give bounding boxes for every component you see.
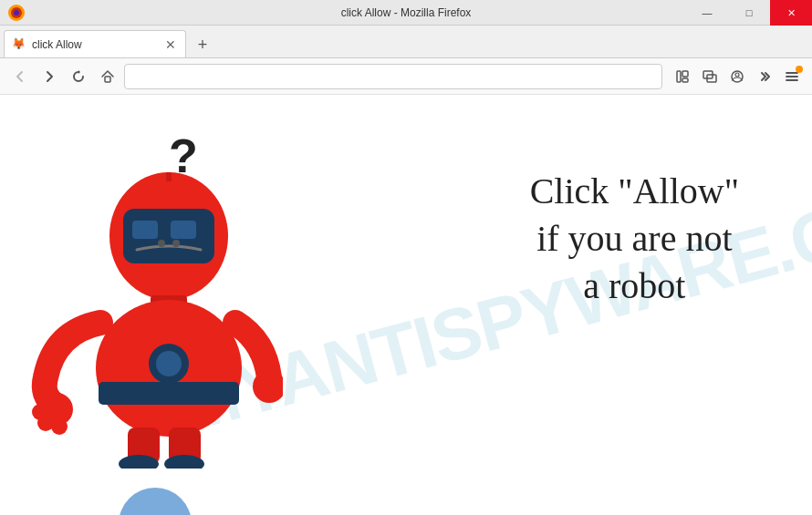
svg-point-28: [51, 418, 68, 435]
svg-rect-18: [171, 221, 196, 239]
back-icon: [14, 70, 26, 83]
tab-bar: 🦊 click Allow ✕ +: [0, 26, 812, 58]
address-bar[interactable]: [124, 64, 662, 89]
svg-rect-23: [99, 382, 239, 405]
svg-point-2: [14, 10, 19, 15]
forward-button[interactable]: [36, 64, 62, 89]
message-line1: Click "Allow": [530, 168, 739, 215]
window-titlebar: click Allow - Mozilla Firefox — □ ✕: [0, 0, 812, 26]
more-tools-button[interactable]: [752, 64, 777, 89]
minimize-button[interactable]: —: [686, 0, 728, 26]
notification-badge: [796, 66, 803, 73]
back-button[interactable]: [7, 64, 33, 89]
reload-button[interactable]: [66, 64, 91, 89]
new-tab-button[interactable]: +: [190, 32, 215, 57]
robot-illustration: ?: [27, 122, 328, 478]
window-controls: — □ ✕: [686, 0, 812, 26]
message-area: Click "Allow" if you are not a robot: [530, 168, 739, 310]
reload-icon: [72, 70, 85, 83]
message-line2: if you are not: [530, 215, 739, 263]
svg-rect-17: [132, 221, 158, 239]
bookmarks-icon: [676, 70, 689, 83]
forward-icon: [43, 70, 56, 83]
firefox-logo: [7, 4, 26, 22]
svg-point-20: [172, 240, 180, 247]
synced-tabs-button[interactable]: [697, 64, 723, 89]
home-button[interactable]: [95, 64, 120, 89]
svg-rect-5: [682, 71, 688, 77]
bottom-element: [119, 488, 192, 515]
chevron-right-icon: [758, 70, 771, 83]
home-icon: [101, 70, 114, 83]
firefox-account-button[interactable]: [724, 64, 750, 89]
svg-point-31: [156, 351, 182, 376]
menu-button[interactable]: [779, 64, 805, 89]
svg-point-25: [36, 388, 55, 407]
svg-rect-4: [677, 71, 681, 82]
tab-label: click Allow: [32, 38, 158, 51]
account-icon: [731, 70, 744, 83]
svg-point-19: [158, 240, 165, 247]
page-content: MYANTISPYWARE.COM ?: [0, 95, 812, 515]
bookmarks-button[interactable]: [670, 64, 695, 89]
tab-close-button[interactable]: ✕: [163, 37, 178, 52]
message-line3: a robot: [530, 263, 739, 310]
synced-tabs-icon: [703, 70, 717, 83]
toolbar-right: [670, 64, 805, 89]
active-tab[interactable]: 🦊 click Allow ✕: [4, 30, 186, 57]
tab-favicon: 🦊: [12, 37, 26, 52]
svg-rect-3: [105, 77, 110, 82]
maximize-button[interactable]: □: [728, 0, 770, 26]
window-title: click Allow - Mozilla Firefox: [341, 6, 472, 19]
svg-rect-6: [682, 78, 688, 82]
svg-point-10: [735, 73, 739, 77]
toolbar: [0, 58, 812, 95]
robot-svg: ?: [27, 122, 283, 469]
close-button[interactable]: ✕: [770, 0, 812, 26]
